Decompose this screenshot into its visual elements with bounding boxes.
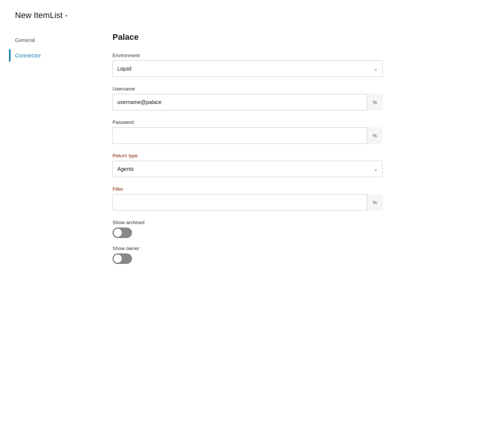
main-content: Palace Environment Liquid ⌄ Username %	[90, 32, 382, 271]
content-layout: General Connector Palace Environment Liq…	[15, 32, 489, 271]
username-percent-icon[interactable]: %	[367, 94, 382, 110]
environment-label: Environment	[112, 53, 382, 58]
environment-select[interactable]: Liquid	[112, 60, 382, 77]
filter-percent-icon[interactable]: %	[367, 194, 382, 211]
return-type-select[interactable]: Agents	[112, 161, 382, 177]
show-archived-thumb	[114, 229, 122, 237]
username-label: Username	[112, 86, 382, 92]
username-input-wrapper: %	[112, 94, 382, 110]
sidebar-item-general-label: General	[15, 37, 35, 43]
filter-input[interactable]	[112, 194, 382, 211]
show-owner-label: Show owner	[112, 246, 382, 251]
page-title: New ItemList -	[15, 11, 489, 20]
return-type-group: Return type Agents ⌄	[112, 153, 382, 177]
password-percent-icon[interactable]: %	[367, 127, 382, 144]
filter-group: Filter %	[112, 186, 382, 211]
show-archived-track	[112, 228, 132, 238]
environment-select-wrapper[interactable]: Liquid ⌄	[112, 60, 382, 77]
username-input[interactable]	[112, 94, 382, 110]
sidebar-item-connector-label: Connector	[15, 52, 41, 59]
environment-value: Liquid	[117, 66, 131, 72]
show-owner-group: Show owner	[112, 246, 382, 264]
return-type-select-wrapper[interactable]: Agents ⌄	[112, 161, 382, 177]
return-type-value: Agents	[117, 166, 134, 172]
page-container: New ItemList - General Connector Palace …	[0, 0, 504, 282]
active-bar-indicator	[9, 49, 10, 62]
section-title: Palace	[112, 32, 382, 42]
show-owner-toggle[interactable]	[112, 253, 132, 264]
show-archived-toggle[interactable]	[112, 228, 132, 238]
filter-input-wrapper: %	[112, 194, 382, 211]
show-archived-label: Show archived	[112, 220, 382, 225]
environment-group: Environment Liquid ⌄	[112, 53, 382, 77]
show-owner-track	[112, 253, 132, 264]
return-type-label: Return type	[112, 153, 382, 158]
sidebar: General Connector	[15, 32, 90, 271]
filter-label: Filter	[112, 186, 382, 192]
show-owner-thumb	[114, 255, 122, 263]
sidebar-item-connector[interactable]: Connector	[15, 49, 90, 62]
password-input[interactable]	[112, 127, 382, 144]
show-archived-group: Show archived	[112, 220, 382, 238]
password-group: Password %	[112, 119, 382, 144]
sidebar-item-general[interactable]: General	[15, 34, 90, 46]
username-group: Username %	[112, 86, 382, 110]
password-label: Password	[112, 119, 382, 125]
password-input-wrapper: %	[112, 127, 382, 144]
